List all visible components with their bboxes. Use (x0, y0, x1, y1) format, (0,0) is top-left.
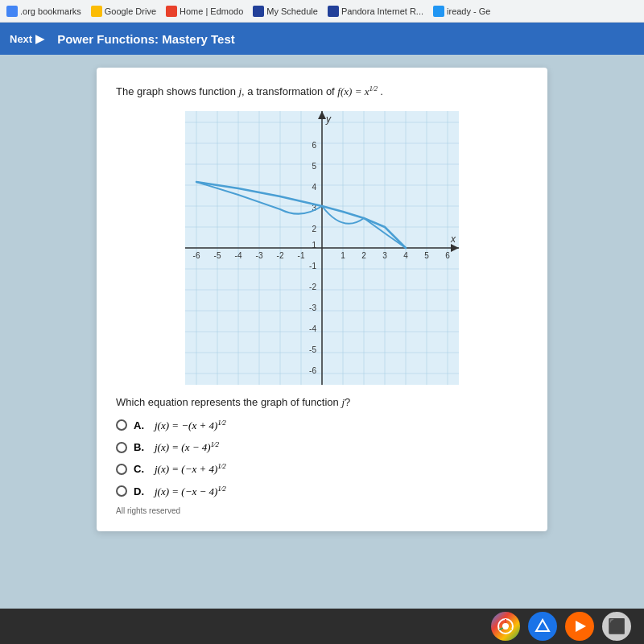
function-notation: f(x) = x1⁄2 (337, 85, 380, 97)
choice-c[interactable]: C. j(x) = (−x + 4)1⁄2 (116, 462, 528, 476)
svg-point-58 (502, 623, 509, 630)
svg-text:-2: -2 (309, 283, 316, 291)
graph-container: x y -6 -5 -4 -3 -2 -1 1 2 3 4 5 6 (116, 111, 528, 385)
svg-line-61 (499, 628, 502, 630)
radio-c[interactable] (116, 464, 127, 475)
bookmark-label-iready: iready - Ge (447, 6, 490, 16)
bookmark-icon-myschedule (253, 6, 264, 17)
drive-taskbar-icon[interactable] (528, 612, 557, 641)
copyright-text: All rights reserved (116, 506, 528, 515)
choice-c-equation: j(x) = (−x + 4)1⁄2 (155, 462, 226, 476)
bookmark-icon-iready (433, 6, 444, 17)
svg-text:1: 1 (341, 251, 345, 260)
svg-text:-2: -2 (277, 251, 284, 260)
coordinate-graph: x y -6 -5 -4 -3 -2 -1 1 2 3 4 5 6 (185, 111, 459, 385)
svg-text:-1: -1 (298, 251, 305, 260)
bookmark-icon-org (6, 6, 18, 17)
svg-text:3: 3 (382, 251, 387, 260)
bookmark-icon-pandora (328, 6, 339, 17)
svg-text:5: 5 (424, 251, 429, 260)
svg-text:-6: -6 (309, 366, 316, 375)
bookmark-drive[interactable]: Google Drive (91, 6, 156, 17)
svg-text:-6: -6 (193, 251, 200, 260)
bookmarks-bar: .org bookmarks Google Drive Home | Edmod… (0, 0, 644, 23)
choice-c-label: C. (134, 463, 148, 475)
bookmark-label-drive: Google Drive (105, 6, 156, 16)
next-label: Next (10, 33, 32, 45)
svg-text:5: 5 (312, 162, 316, 171)
bookmark-org[interactable]: .org bookmarks (6, 6, 81, 17)
radio-d[interactable] (116, 485, 127, 497)
play-taskbar-icon[interactable] (565, 612, 594, 641)
svg-text:-1: -1 (309, 262, 316, 270)
svg-text:6: 6 (445, 251, 450, 260)
bookmark-label-edmodo: Home | Edmodo (180, 6, 243, 16)
next-button[interactable]: Next ▶ (10, 32, 44, 45)
bookmark-edmodo[interactable]: Home | Edmodo (166, 6, 243, 17)
which-equation-text: Which equation represents the graph of f… (116, 396, 528, 409)
svg-text:y: y (325, 114, 332, 125)
choice-b-equation: j(x) = (x − 4)1⁄2 (155, 440, 219, 454)
svg-text:1: 1 (312, 241, 316, 250)
page-title: Power Functions: Mastery Test (57, 32, 235, 46)
top-nav-bar: Next ▶ Power Functions: Mastery Test (0, 23, 644, 55)
svg-marker-62 (536, 620, 549, 631)
svg-text:6: 6 (312, 141, 316, 150)
svg-line-60 (508, 628, 511, 630)
doc-taskbar-icon[interactable]: ⬛ (602, 612, 631, 641)
svg-text:-5: -5 (214, 251, 221, 260)
svg-text:-5: -5 (309, 345, 316, 354)
choice-d[interactable]: D. j(x) = (−x − 4)1⁄2 (116, 485, 528, 498)
choice-a[interactable]: A. j(x) = −(x + 4)1⁄2 (116, 419, 528, 432)
bookmark-label-pandora: Pandora Internet R... (341, 6, 423, 16)
svg-text:4: 4 (312, 183, 316, 192)
question-intro: The graph shows function j, a transforma… (116, 84, 528, 100)
bookmark-label-myschedule: My Schedule (266, 6, 318, 16)
svg-text:4: 4 (403, 251, 408, 260)
bookmark-icon-edmodo (166, 6, 177, 17)
next-arrow-icon: ▶ (35, 32, 44, 45)
svg-text:-3: -3 (256, 251, 263, 260)
svg-text:x: x (450, 233, 456, 245)
radio-b[interactable] (116, 442, 127, 453)
choice-a-label: A. (134, 419, 148, 431)
svg-text:-4: -4 (235, 251, 242, 260)
main-content: The graph shows function j, a transforma… (0, 55, 644, 609)
bookmark-pandora[interactable]: Pandora Internet R... (328, 6, 423, 17)
question-card: The graph shows function j, a transforma… (97, 68, 547, 531)
svg-text:-4: -4 (309, 324, 316, 333)
svg-text:2: 2 (312, 225, 316, 233)
bookmark-iready[interactable]: iready - Ge (433, 6, 490, 17)
choice-a-equation: j(x) = −(x + 4)1⁄2 (155, 419, 226, 432)
svg-marker-63 (576, 621, 586, 632)
taskbar: ⬛ (0, 609, 644, 644)
answer-choices: A. j(x) = −(x + 4)1⁄2 B. j(x) = (x − 4)1… (116, 419, 528, 498)
svg-text:2: 2 (361, 251, 366, 260)
choice-d-label: D. (134, 485, 148, 497)
bookmark-icon-drive (91, 6, 102, 17)
radio-a[interactable] (116, 419, 127, 431)
bookmark-label-org: .org bookmarks (20, 6, 81, 16)
choice-b[interactable]: B. j(x) = (x − 4)1⁄2 (116, 440, 528, 454)
chrome-icon[interactable] (491, 612, 520, 641)
bookmark-myschedule[interactable]: My Schedule (253, 6, 318, 17)
choice-b-label: B. (134, 441, 148, 453)
choice-d-equation: j(x) = (−x − 4)1⁄2 (155, 485, 226, 498)
function-j-label: j (238, 85, 242, 97)
svg-text:-3: -3 (309, 303, 316, 312)
